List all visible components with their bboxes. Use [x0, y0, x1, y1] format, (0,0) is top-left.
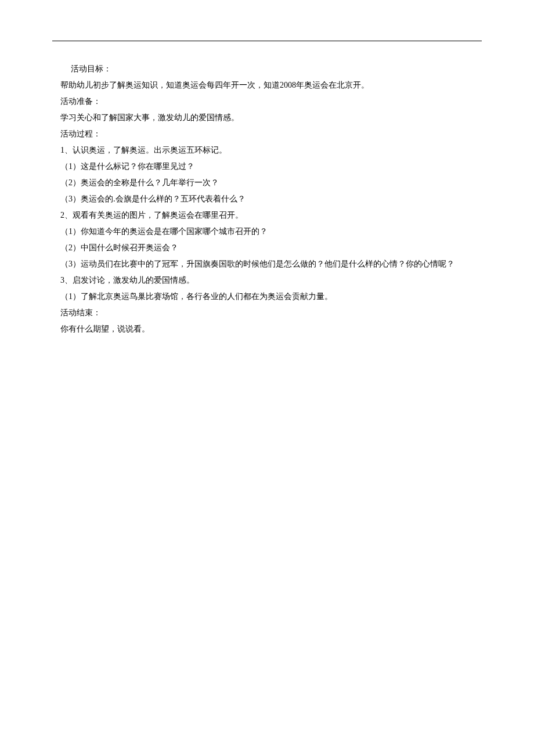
text-line: 活动准备：	[52, 93, 482, 110]
text-line: （1）这是什么标记？你在哪里见过？	[52, 159, 482, 175]
text-line: 你有什么期望，说说看。	[52, 321, 482, 337]
text-line: （2）奥运会的全称是什么？几年举行一次？	[52, 175, 482, 191]
text-line: （3）奥运会的.会旗是什么样的？五环代表着什么？	[52, 191, 482, 207]
text-line: （2）中国什么时候召开奥运会？	[52, 240, 482, 256]
text-line: 活动过程：	[52, 126, 482, 142]
text-line: 活动目标：	[52, 61, 482, 77]
text-line: 帮助幼儿初步了解奥运知识，知道奥运会每四年开一次，知道2008年奥运会在北京开。	[52, 77, 482, 93]
text-line: 活动结束：	[52, 305, 482, 321]
text-line: （1）了解北京奥运鸟巢比赛场馆，各行各业的人们都在为奥运会贡献力量。	[52, 289, 482, 305]
document-body: 活动目标：帮助幼儿初步了解奥运知识，知道奥运会每四年开一次，知道2008年奥运会…	[52, 61, 482, 337]
horizontal-rule	[52, 41, 482, 41]
text-line: （3）运动员们在比赛中的了冠军，升国旗奏国歌的时候他们是怎么做的？他们是什么样的…	[52, 256, 482, 272]
text-line: 学习关心和了解国家大事，激发幼儿的爱国情感。	[52, 110, 482, 126]
text-line: 2、观看有关奥运的图片，了解奥运会在哪里召开。	[52, 207, 482, 224]
text-line: 1、认识奥运，了解奥运。出示奥运五环标记。	[52, 142, 482, 159]
text-line: （1）你知道今年的奥运会是在哪个国家哪个城市召开的？	[52, 224, 482, 240]
document-page: 活动目标：帮助幼儿初步了解奥运知识，知道奥运会每四年开一次，知道2008年奥运会…	[0, 0, 534, 337]
text-line: 3、启发讨论，激发幼儿的爱国情感。	[52, 272, 482, 289]
